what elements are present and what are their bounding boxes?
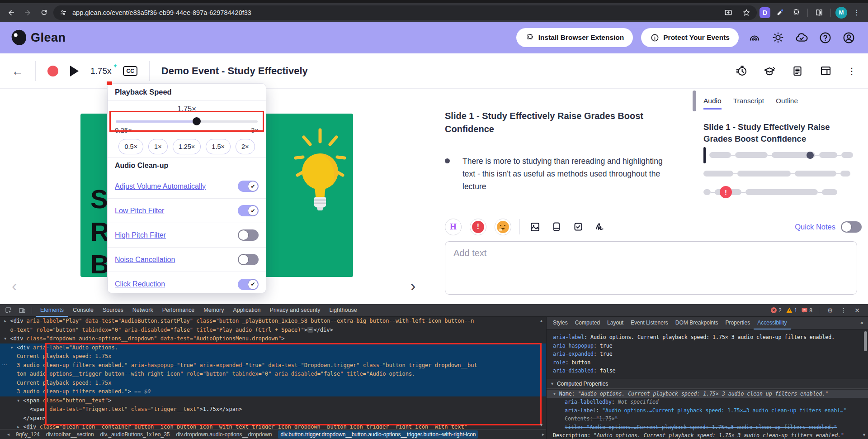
site-settings-icon[interactable]	[59, 8, 68, 17]
cloud-sync-icon[interactable]	[794, 30, 809, 45]
timer-icon[interactable]	[735, 65, 748, 77]
dom-tree-line[interactable]: 3 audio clean-up filters enabled." aria-…	[0, 361, 546, 370]
eyedropper-extension-icon[interactable]	[773, 6, 787, 19]
waveform-row[interactable]	[703, 152, 853, 158]
breadcrumb-item[interactable]: 9q6y_124	[16, 431, 40, 438]
devtools-settings-icon[interactable]: ⚙	[826, 307, 835, 314]
computed-property-row[interactable]: ▾ Name: "Audio options. Current playback…	[547, 390, 868, 398]
warning-badge[interactable]: 1	[786, 307, 797, 314]
extension-d-icon[interactable]: D	[760, 7, 770, 18]
browser-back-icon[interactable]	[5, 6, 18, 19]
dom-tree-line[interactable]: o-text" role="button" tabindex="0" aria-…	[0, 326, 546, 335]
audio-options-trigger[interactable]: 1.75x ✦	[90, 66, 111, 76]
inspector-tab[interactable]: Event Listeners	[627, 317, 672, 329]
review-note-button[interactable]	[495, 219, 511, 235]
speed-preset-button[interactable]: 1.25×	[173, 139, 201, 154]
cleanup-toggle[interactable]: ✔	[238, 205, 259, 216]
glean-logo[interactable]: Glean	[12, 30, 66, 45]
cleanup-toggle[interactable]: ✔	[238, 181, 259, 192]
speed-preset-button[interactable]: 1.5×	[206, 139, 231, 154]
scroll-down-arrow[interactable]: ▼	[862, 433, 866, 437]
aria-attribute-row[interactable]: aria-label: Audio options. Current playb…	[547, 333, 868, 342]
event-menu-icon[interactable]: ⋮	[847, 66, 856, 76]
bookmark-star-icon[interactable]	[740, 6, 753, 19]
aria-attribute-row[interactable]: aria-expanded: true	[547, 350, 868, 358]
devtools-tab[interactable]: Sources	[98, 304, 128, 317]
playhead-cursor[interactable]	[703, 147, 706, 163]
note-text-input[interactable]	[445, 241, 857, 295]
computed-properties-header[interactable]: ▼ Computed Properties	[547, 379, 868, 389]
flashcard-button[interactable]	[550, 220, 563, 234]
breadcrumb-right-arrow[interactable]: ▸	[542, 432, 544, 437]
install-app-icon[interactable]	[722, 6, 735, 19]
task-checkbox-button[interactable]	[571, 220, 585, 234]
inspector-tab[interactable]: Layout	[604, 317, 627, 329]
breadcrumb-item[interactable]: div.button.trigger.dropdown__button.audi…	[278, 430, 478, 439]
event-back-button[interactable]: ←	[12, 65, 24, 77]
device-toolbar-icon[interactable]	[16, 305, 28, 315]
important-note-button[interactable]: !	[470, 219, 486, 235]
waveform-row[interactable]: !	[703, 189, 853, 196]
sidebar-tab[interactable]: Outline	[776, 97, 798, 110]
gutter-more-icon[interactable]: …	[2, 360, 7, 367]
inspector-tab[interactable]: Properties	[722, 317, 754, 329]
install-browser-extension-button[interactable]: Install Browser Extension	[516, 28, 633, 47]
heading-note-button[interactable]: H	[445, 219, 462, 235]
more-tabs-icon[interactable]: »	[860, 319, 863, 326]
cleanup-toggle-label[interactable]: Adjust Volume Automatically	[115, 182, 206, 191]
waveform-row[interactable]	[703, 171, 853, 177]
dom-tree-line[interactable]: ▾ <div aria-label="Audio options.	[0, 344, 546, 353]
previous-slide-button[interactable]: ‹	[12, 278, 17, 293]
sidebar-tab[interactable]: Transcript	[733, 97, 764, 110]
cleanup-toggle[interactable]: ✔	[238, 229, 259, 241]
waveform-marker-dot[interactable]	[807, 152, 814, 159]
cleanup-toggle-label[interactable]: Low Pitch Filter	[115, 207, 164, 215]
dom-tree-line[interactable]: 3 audio clean-up filters enabled."> == $…	[0, 387, 546, 396]
cleanup-toggle[interactable]: ✔	[238, 279, 259, 290]
dom-tree-line[interactable]: Current playback speed: 1.75x	[0, 352, 546, 361]
play-button[interactable]	[70, 66, 79, 76]
speed-preset-button[interactable]: 1×	[148, 139, 168, 154]
address-bar[interactable]: app.glean.co/event/e83a5f36-eb99-44ee-89…	[53, 5, 757, 20]
notes-scrollbar-thumb[interactable]	[693, 91, 696, 111]
speed-preset-button[interactable]: 0.5×	[118, 139, 143, 154]
url-text[interactable]: app.glean.co/event/e83a5f36-eb99-44ee-89…	[72, 9, 717, 16]
insert-image-button[interactable]	[528, 220, 542, 234]
aria-attribute-row[interactable]: aria-disabled: false	[547, 367, 868, 375]
inspector-tab[interactable]: DOM Breakpoints	[672, 317, 722, 329]
brightness-icon[interactable]	[770, 30, 786, 45]
dom-tree-line[interactable]: ▾ <div class="dropdown audio-options__dr…	[0, 334, 546, 344]
browser-forward-icon[interactable]	[21, 6, 34, 19]
account-icon[interactable]	[841, 30, 856, 45]
extensions-puzzle-icon[interactable]	[789, 6, 803, 19]
aria-attribute-row[interactable]: aria-haspopup: true	[547, 342, 868, 350]
breadcrumb-item[interactable]: div.dropdown.audio-options__dropdown	[176, 431, 272, 438]
devtools-tab[interactable]: Application	[228, 304, 265, 317]
cleanup-toggle-label[interactable]: High Pitch Filter	[115, 231, 166, 239]
devtools-close-icon[interactable]: ✕	[853, 307, 862, 314]
inspector-tab[interactable]: Computed	[571, 317, 604, 329]
computed-property-row[interactable]: aria-labelledby: Not specified	[547, 398, 868, 406]
devtools-tab[interactable]: Performance	[158, 304, 199, 317]
next-slide-button[interactable]: ›	[410, 278, 415, 293]
closed-captions-button[interactable]: CC	[123, 66, 137, 76]
inspector-tab[interactable]: Styles	[549, 317, 571, 329]
error-badge[interactable]: 2	[771, 307, 782, 314]
quick-notes-toggle[interactable]: ✔	[841, 221, 862, 233]
breadcrumb-item[interactable]: div.toolbar__section	[46, 431, 94, 438]
computed-property-row[interactable]: Contents: "1.75×"	[547, 415, 868, 423]
dom-tree-line[interactable]: Current playback speed: 1.75x	[0, 379, 546, 388]
inspector-tab[interactable]: Accessibility	[754, 317, 790, 329]
reading-list-icon[interactable]	[812, 6, 826, 19]
dom-tree-line[interactable]: ton audio-options__trigger button--with-…	[0, 370, 546, 379]
cleanup-toggle-label[interactable]: Noise Cancellation	[115, 256, 175, 264]
devtools-tab[interactable]: Lighthouse	[325, 304, 361, 317]
record-button[interactable]	[47, 66, 58, 76]
browser-reload-icon[interactable]	[37, 6, 51, 19]
devtools-tab[interactable]: Elements	[36, 304, 68, 317]
scribble-button[interactable]	[593, 220, 607, 234]
rainbow-icon[interactable]	[747, 30, 762, 45]
computed-property-row[interactable]: aria-label: "Audio options.↵Current play…	[547, 406, 868, 415]
help-icon[interactable]	[817, 30, 833, 45]
protect-your-events-button[interactable]: Protect Your Events	[641, 28, 739, 47]
